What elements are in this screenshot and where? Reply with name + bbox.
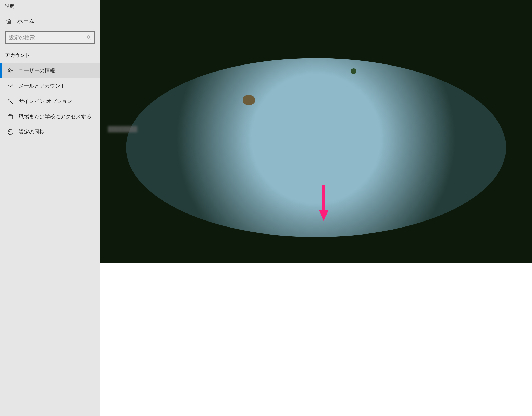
mail-icon bbox=[7, 83, 14, 89]
sidebar-item-label: 職場または学校にアクセスする bbox=[19, 113, 91, 120]
sidebar: 設定 ホーム アカウント ユーザーの情報 メールとアカウント サインイン オプシ… bbox=[0, 0, 100, 416]
main-pane: ユーザーの情報 瀬川尚人 ████████@outlook.com 支払い情報、… bbox=[100, 0, 532, 416]
sidebar-item-label: 設定の同期 bbox=[19, 128, 45, 135]
sidebar-item-label: サインイン オプション bbox=[19, 98, 72, 105]
home-button[interactable]: ホーム bbox=[0, 15, 100, 29]
home-icon bbox=[6, 18, 12, 24]
svg-point-7 bbox=[8, 99, 10, 101]
person-card-icon bbox=[7, 68, 14, 74]
home-label: ホーム bbox=[17, 17, 35, 25]
avatar-row bbox=[108, 31, 524, 109]
search-icon bbox=[87, 35, 91, 40]
svg-point-2 bbox=[8, 69, 10, 71]
svg-rect-6 bbox=[8, 84, 13, 88]
sidebar-item-email-accounts[interactable]: メールとアカウント bbox=[0, 78, 100, 94]
briefcase-icon bbox=[7, 114, 14, 120]
app-title: 設定 bbox=[0, 0, 100, 15]
svg-line-1 bbox=[89, 38, 91, 39]
user-email-hidden: ████████ bbox=[108, 126, 137, 132]
sidebar-item-label: メールとアカウント bbox=[19, 82, 65, 89]
search-box[interactable] bbox=[5, 31, 95, 44]
sidebar-item-work-school[interactable]: 職場または学校にアクセスする bbox=[0, 109, 100, 124]
sidebar-item-your-info[interactable]: ユーザーの情報 bbox=[0, 63, 100, 78]
sync-icon bbox=[7, 129, 14, 135]
avatar-history bbox=[175, 31, 210, 109]
avatar-history-2[interactable] bbox=[175, 70, 210, 105]
sidebar-item-label: ユーザーの情報 bbox=[19, 67, 55, 74]
sidebar-category: アカウント bbox=[0, 50, 100, 63]
svg-point-0 bbox=[87, 36, 90, 38]
sidebar-item-signin-options[interactable]: サインイン オプション bbox=[0, 94, 100, 109]
sidebar-item-sync[interactable]: 設定の同期 bbox=[0, 124, 100, 140]
key-icon bbox=[7, 98, 14, 105]
search-input[interactable] bbox=[9, 35, 87, 41]
